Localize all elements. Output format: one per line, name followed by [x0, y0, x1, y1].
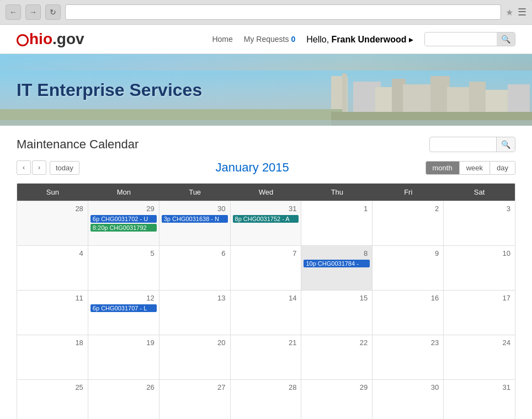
hero-title: IT Enterprise Services [0, 80, 202, 100]
calendar-nav-row: ‹ › today January 2015 month week day [17, 160, 515, 175]
calendar-week-5: 25 26 27 28 29 30 31 [17, 379, 515, 419]
calendar-week-2: 4 5 6 7 8 10p CHG0031784 - 9 10 [17, 245, 515, 290]
cal-cell-jan5[interactable]: 5 [88, 246, 159, 290]
cal-cell-jan12[interactable]: 12 6p CHG0031707 - L [88, 291, 159, 335]
day-header-tue: Tue [159, 184, 231, 201]
logo-gov-text: .gov [52, 30, 84, 47]
event-chg0031784[interactable]: 10p CHG0031784 - [304, 260, 370, 267]
header-search: 🔍 [424, 32, 515, 46]
calendar-nav-arrows: ‹ › [17, 160, 46, 175]
cal-cell-jan30[interactable]: 30 [373, 380, 444, 419]
event-chg0031752[interactable]: 8p CHG0031752 - A [233, 215, 299, 223]
cal-cell-jan15[interactable]: 15 [301, 291, 373, 335]
cal-cell-jan25[interactable]: 25 [17, 380, 88, 419]
cal-cell-jan11[interactable]: 11 [17, 291, 88, 335]
event-chg0031707[interactable]: 6p CHG0031707 - L [91, 304, 157, 312]
cal-cell-jan3[interactable]: 3 [444, 201, 515, 245]
header-nav: Home My Requests 0 Hello, Frank Underwoo… [212, 32, 515, 46]
cal-cell-jan18[interactable]: 18 [17, 335, 88, 379]
cal-cell-jan16[interactable]: 16 [373, 291, 444, 335]
calendar-search-input[interactable] [430, 141, 496, 149]
cal-cell-dec30[interactable]: 30 3p CHG0031638 - N [159, 201, 231, 245]
day-header-fri: Fri [373, 184, 444, 201]
day-view-button[interactable]: day [490, 162, 515, 174]
cal-cell-jan24[interactable]: 24 [444, 335, 515, 379]
main-content: Maintenance Calendar 🔍 ‹ › today January… [0, 126, 532, 419]
event-chg0031638[interactable]: 3p CHG0031638 - N [162, 215, 228, 223]
cal-cell-jan26[interactable]: 26 [88, 380, 159, 419]
day-header-thu: Thu [301, 184, 373, 201]
calendar-grid: Sun Mon Tue Wed Thu Fri Sat 28 29 6p CHG… [17, 183, 515, 419]
svg-rect-14 [0, 120, 532, 126]
cal-cell-dec28[interactable]: 28 [17, 201, 88, 245]
address-bar[interactable] [65, 4, 501, 20]
cal-cell-dec29[interactable]: 29 6p CHG0031702 - U 8:20p CHG0031792 [88, 201, 159, 245]
calendar-header: Maintenance Calendar 🔍 [17, 137, 515, 152]
calendar-week-4: 18 19 20 21 22 23 24 [17, 335, 515, 379]
prev-month-button[interactable]: ‹ [17, 160, 31, 175]
cal-cell-jan21[interactable]: 21 [231, 335, 302, 379]
back-button[interactable]: ← [6, 4, 21, 20]
calendar-title: Maintenance Calendar [17, 137, 139, 152]
header-search-input[interactable] [425, 33, 497, 46]
browser-window: ← → ↻ ★ ☰ hio.gov Home My Requests 0 Hel… [0, 0, 532, 419]
home-link[interactable]: Home [212, 35, 232, 44]
cal-cell-jan19[interactable]: 19 [88, 335, 159, 379]
calendar-week-3: 11 12 6p CHG0031707 - L 13 14 15 16 17 [17, 290, 515, 335]
event-chg0031792[interactable]: 8:20p CHG0031792 [91, 224, 157, 232]
day-header-mon: Mon [88, 184, 159, 201]
cal-cell-jan2[interactable]: 2 [373, 201, 444, 245]
month-label: January 2015 [79, 160, 425, 175]
browser-chrome: ← → ↻ ★ ☰ [0, 0, 532, 25]
header-search-button[interactable]: 🔍 [497, 33, 515, 46]
day-header-sun: Sun [17, 184, 88, 201]
menu-icon[interactable]: ☰ [518, 6, 526, 18]
calendar-week-1: 28 29 6p CHG0031702 - U 8:20p CHG0031792… [17, 201, 515, 245]
next-month-button[interactable]: › [32, 160, 46, 175]
cal-cell-jan4[interactable]: 4 [17, 246, 88, 290]
cal-cell-jan17[interactable]: 17 [444, 291, 515, 335]
cal-cell-jan10[interactable]: 10 [444, 246, 515, 290]
forward-button[interactable]: → [25, 4, 41, 20]
site-logo[interactable]: hio.gov [17, 30, 84, 48]
cal-cell-jan28[interactable]: 28 [231, 380, 302, 419]
user-greeting: Hello, Frank Underwood ▸ [306, 34, 413, 45]
cal-cell-jan7[interactable]: 7 [231, 246, 302, 290]
cal-cell-jan20[interactable]: 20 [159, 335, 231, 379]
logo-ohio-text: hio [29, 30, 52, 47]
refresh-button[interactable]: ↻ [45, 4, 61, 20]
site-header: hio.gov Home My Requests 0 Hello, Frank … [0, 25, 532, 54]
calendar-container: Maintenance Calendar 🔍 ‹ › today January… [0, 126, 532, 419]
calendar-search: 🔍 [429, 137, 515, 152]
cal-cell-jan6[interactable]: 6 [159, 246, 231, 290]
cal-cell-jan27[interactable]: 27 [159, 380, 231, 419]
cal-cell-jan13[interactable]: 13 [159, 291, 231, 335]
day-header-sat: Sat [444, 184, 515, 201]
calendar-day-headers: Sun Mon Tue Wed Thu Fri Sat [17, 184, 515, 201]
today-button[interactable]: today [50, 161, 79, 175]
cal-cell-jan14[interactable]: 14 [231, 291, 302, 335]
hero-banner: IT Enterprise Services [0, 54, 532, 126]
cal-cell-jan22[interactable]: 22 [301, 335, 373, 379]
cal-cell-jan29[interactable]: 29 [301, 380, 373, 419]
day-header-wed: Wed [231, 184, 302, 201]
logo-o-circle [17, 34, 29, 46]
cal-cell-jan1[interactable]: 1 [301, 201, 373, 245]
cal-cell-jan31[interactable]: 31 [444, 380, 515, 419]
cal-cell-jan9[interactable]: 9 [373, 246, 444, 290]
cal-cell-jan23[interactable]: 23 [373, 335, 444, 379]
view-buttons: month week day [425, 161, 515, 175]
my-requests-link[interactable]: My Requests 0 [244, 35, 295, 44]
month-view-button[interactable]: month [426, 162, 460, 174]
event-chg0031702[interactable]: 6p CHG0031702 - U [91, 215, 157, 223]
bookmark-icon[interactable]: ★ [506, 7, 513, 18]
cal-cell-jan8[interactable]: 8 10p CHG0031784 - [301, 246, 373, 290]
cal-cell-dec31[interactable]: 31 8p CHG0031752 - A [231, 201, 302, 245]
calendar-search-button[interactable]: 🔍 [496, 137, 515, 152]
user-name: Frank Underwood [332, 35, 407, 44]
week-view-button[interactable]: week [460, 162, 490, 174]
